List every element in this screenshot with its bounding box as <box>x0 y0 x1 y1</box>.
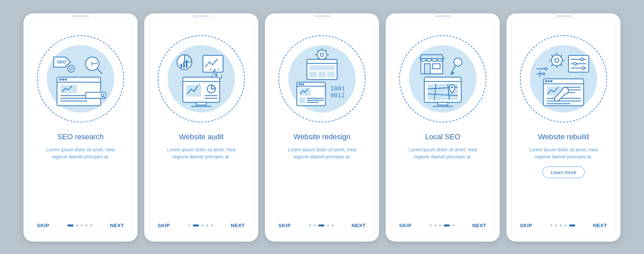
dot <box>560 224 562 226</box>
local-seo-illustration <box>399 35 486 122</box>
next-button[interactable]: NEXT <box>593 222 607 228</box>
svg-rect-42 <box>433 64 440 69</box>
phone-speaker <box>314 15 330 17</box>
screen-title: Website audit <box>179 133 224 141</box>
phone-frame: Website rebuild Lorem ipsum dolor sit am… <box>506 13 621 242</box>
svg-point-67 <box>545 81 547 82</box>
svg-line-43 <box>452 65 455 71</box>
screen-title: SEO research <box>57 133 104 141</box>
svg-point-59 <box>582 67 585 69</box>
svg-text:SEO: SEO <box>57 59 66 64</box>
pagination-dots <box>67 224 92 226</box>
website-audit-illustration <box>158 35 245 122</box>
binary-code-icon: 1001 <box>330 85 345 92</box>
dot <box>90 224 92 226</box>
screen-description: Lorem ipsum dolor sit amet, mea regione … <box>278 146 366 160</box>
dot <box>188 224 190 226</box>
dot <box>309 224 311 226</box>
svg-point-69 <box>551 81 552 82</box>
skip-button[interactable]: SKIP <box>399 222 412 228</box>
svg-rect-21 <box>186 85 201 97</box>
phone-frame: SEO <box>23 13 138 242</box>
screen-description: Lorem ipsum dolor sit amet, mea regione … <box>520 146 607 160</box>
phone-frame: Local SEO Lorem ipsum dolor sit amet, me… <box>386 13 500 242</box>
gear-icon <box>68 65 74 72</box>
dot <box>206 224 208 226</box>
dot <box>202 224 204 226</box>
phone-speaker <box>434 15 451 17</box>
website-audit-icon-group <box>168 45 235 112</box>
learn-more-button[interactable]: Learn more <box>542 166 585 178</box>
svg-rect-28 <box>309 71 317 78</box>
screen-website-rebuild: Website rebuild Lorem ipsum dolor sit am… <box>511 18 616 237</box>
dot <box>565 224 567 226</box>
pagination-dots <box>550 224 575 226</box>
svg-point-64 <box>543 73 545 75</box>
circuit-icon <box>537 68 547 77</box>
svg-rect-19 <box>196 102 206 105</box>
screen-description: Lorem ipsum dolor sit amet, mea regione … <box>37 146 124 160</box>
screen-title: Website redesign <box>293 133 351 141</box>
dot <box>327 224 329 226</box>
bar-chart-icon <box>180 64 182 68</box>
search-bar-icon <box>86 92 106 98</box>
phone-speaker <box>555 15 572 17</box>
pagination-dots <box>309 224 334 226</box>
svg-rect-41 <box>424 64 430 74</box>
next-button[interactable]: NEXT <box>110 222 124 228</box>
next-button[interactable]: NEXT <box>472 222 486 228</box>
dot <box>430 224 432 226</box>
phone-frame: 1001 0011 Website redesign Lorem ipsum d… <box>265 13 379 242</box>
website-redesign-icon-group: 1001 0011 <box>288 45 356 112</box>
pagination-dots <box>430 224 454 226</box>
dot <box>76 224 78 226</box>
dot-active <box>569 224 575 226</box>
screen-footer: SKIP NEXT <box>399 222 486 228</box>
pushpin-icon <box>454 58 462 66</box>
dot-active <box>318 224 324 226</box>
svg-point-55 <box>581 58 583 61</box>
svg-point-5 <box>62 79 64 80</box>
dot-active <box>67 224 73 226</box>
svg-point-4 <box>60 79 61 80</box>
next-button[interactable]: NEXT <box>231 222 245 228</box>
screen-footer: SKIP NEXT <box>278 222 366 228</box>
gear-icon <box>551 55 562 66</box>
skip-button[interactable]: SKIP <box>37 222 49 228</box>
dot <box>332 224 334 226</box>
svg-point-17 <box>218 69 219 70</box>
svg-rect-27 <box>309 65 335 70</box>
screen-footer: SKIP NEXT <box>520 222 607 228</box>
svg-rect-30 <box>327 71 335 78</box>
dot <box>81 224 83 226</box>
website-redesign-illustration: 1001 0011 <box>278 35 366 122</box>
screen-website-audit: Website audit Lorem ipsum dolor sit amet… <box>149 18 254 237</box>
phone-speaker <box>193 15 210 17</box>
svg-rect-29 <box>318 71 326 78</box>
svg-point-6 <box>65 79 66 80</box>
skip-button[interactable]: SKIP <box>158 222 170 228</box>
skip-button[interactable]: SKIP <box>278 222 291 228</box>
phone-speaker <box>72 15 89 17</box>
svg-point-32 <box>299 84 300 85</box>
skip-button[interactable]: SKIP <box>520 222 532 228</box>
dot <box>452 224 454 226</box>
svg-point-62 <box>545 68 547 70</box>
sliders-icon <box>569 55 589 72</box>
dot-active <box>444 224 450 226</box>
local-seo-icon-group <box>409 45 476 112</box>
svg-point-16 <box>214 69 215 70</box>
next-button[interactable]: NEXT <box>352 222 366 228</box>
svg-rect-14 <box>186 60 187 68</box>
dot <box>434 224 436 226</box>
screen-footer: SKIP NEXT <box>37 222 124 228</box>
svg-text:0011: 0011 <box>330 92 345 99</box>
dot <box>555 224 557 226</box>
svg-rect-13 <box>183 62 185 68</box>
svg-point-57 <box>574 62 577 65</box>
onboarding-screens-container: SEO <box>10 0 634 254</box>
phone-frame: Website audit Lorem ipsum dolor sit amet… <box>144 13 258 242</box>
svg-line-2 <box>97 69 102 74</box>
gear-icon <box>317 50 327 59</box>
dot <box>86 224 88 226</box>
